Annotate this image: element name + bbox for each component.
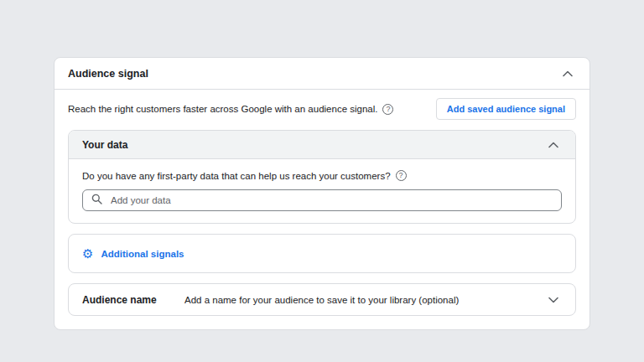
audience-signal-panel: Audience signal Reach the right customer… xyxy=(54,57,590,330)
search-icon xyxy=(91,193,102,208)
your-data-section: Your data Do you have any first-party da… xyxy=(68,130,576,224)
collapse-panel-button[interactable] xyxy=(559,65,576,81)
chevron-up-icon xyxy=(548,138,558,151)
collapse-your-data-button[interactable] xyxy=(545,137,562,153)
add-your-data-search-box[interactable] xyxy=(82,189,562,211)
panel-description: Reach the right customers faster across … xyxy=(68,104,377,114)
first-party-data-question-row: Do you have any first-party data that ca… xyxy=(82,170,562,181)
help-icon[interactable]: ? xyxy=(396,170,407,181)
additional-signals-box[interactable]: ⚙ Additional signals xyxy=(68,234,576,273)
chevron-up-icon xyxy=(563,67,573,80)
panel-description-group: Reach the right customers faster across … xyxy=(68,104,393,115)
audience-name-description: Add a name for your audience to save it … xyxy=(184,295,545,305)
chevron-down-icon xyxy=(548,293,558,306)
add-saved-audience-signal-button[interactable]: Add saved audience signal xyxy=(436,98,576,120)
panel-title: Audience signal xyxy=(68,68,148,80)
gear-icon: ⚙ xyxy=(82,247,93,260)
panel-description-row: Reach the right customers faster across … xyxy=(55,90,589,128)
expand-audience-name-button[interactable] xyxy=(545,292,562,308)
page-background: { "panel": { "title": "Audience signal",… xyxy=(0,0,644,362)
your-data-header[interactable]: Your data xyxy=(69,131,575,159)
add-your-data-input[interactable] xyxy=(109,194,553,206)
your-data-body: Do you have any first-party data that ca… xyxy=(69,159,575,223)
audience-signal-header[interactable]: Audience signal xyxy=(55,58,589,90)
help-icon[interactable]: ? xyxy=(382,104,393,115)
audience-name-label: Audience name xyxy=(82,294,184,306)
audience-name-row[interactable]: Audience name Add a name for your audien… xyxy=(68,283,576,316)
additional-signals-link[interactable]: Additional signals xyxy=(101,249,184,259)
first-party-data-question: Do you have any first-party data that ca… xyxy=(82,171,391,181)
your-data-title: Your data xyxy=(82,139,127,151)
